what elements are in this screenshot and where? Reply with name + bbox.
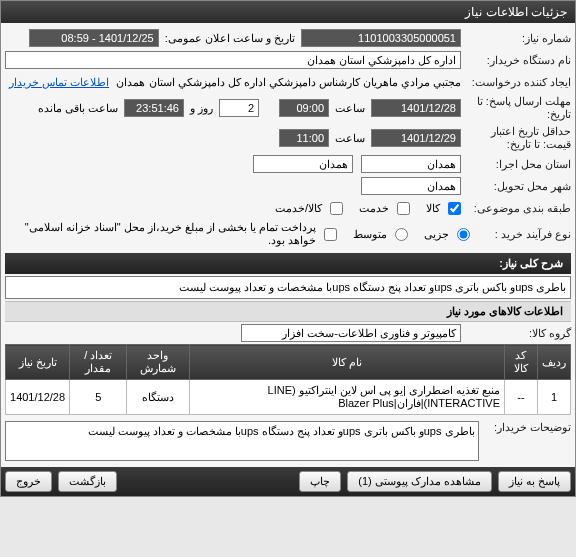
cell-row: 1: [538, 380, 571, 415]
process-note-item[interactable]: پرداخت تمام یا بخشی از مبلغ خرید،از محل …: [5, 221, 337, 247]
time-label-1: ساعت: [329, 102, 371, 115]
print-button[interactable]: چاپ: [299, 471, 341, 492]
th-name: نام کالا: [189, 345, 504, 380]
creator-value: مجتبي مرادي ماهریان کارشناس دامپزشکي ادا…: [113, 76, 461, 89]
days-value: 2: [219, 99, 259, 117]
th-unit: واحد شمارش: [127, 345, 189, 380]
group-label: گروه کالا:: [461, 327, 571, 340]
table-header-row: ردیف کد کالا نام کالا واحد شمارش تعداد /…: [6, 345, 571, 380]
class-goods-check[interactable]: [448, 202, 461, 215]
form-area: شماره نیاز: 1101003305000051 تاریخ و ساع…: [1, 23, 575, 467]
process-low[interactable]: جزیی: [424, 228, 470, 241]
items-section-title: اطلاعات کالاهای مورد نیاز: [5, 301, 571, 322]
deadline-date: 1401/12/28: [371, 99, 461, 117]
announce-label: تاریخ و ساعت اعلان عمومی:: [159, 32, 301, 45]
process-label: نوع فرآیند خرید :: [470, 228, 571, 241]
class-group: کالا خدمت کالا/خدمت: [275, 202, 461, 215]
table-row[interactable]: 1 -- منبع تغذیه اضطراری |یو پی اس لاین ا…: [6, 380, 571, 415]
remain-suffix: ساعت باقی مانده: [32, 102, 124, 115]
class-goods-service-check[interactable]: [330, 202, 343, 215]
exec-province-label: استان محل اجرا:: [461, 158, 571, 171]
process-mid-radio[interactable]: [395, 228, 408, 241]
buyer-label: نام دستگاه خریدار:: [461, 54, 571, 67]
class-service-check[interactable]: [397, 202, 410, 215]
cell-qty: 5: [70, 380, 127, 415]
process-note-check[interactable]: [324, 228, 337, 241]
process-group: جزیی متوسط: [353, 228, 470, 241]
need-no-value: 1101003305000051: [301, 29, 461, 47]
validity-date: 1401/12/29: [371, 129, 461, 147]
process-low-radio[interactable]: [457, 228, 470, 241]
cell-need-date: 1401/12/28: [6, 380, 70, 415]
deadline-label: مهلت ارسال پاسخ: تا تاریخ:: [461, 95, 571, 121]
summary-text: باطری upsو باکس باتری upsو تعداد پنج دست…: [5, 276, 571, 299]
process-mid[interactable]: متوسط: [353, 228, 408, 241]
announce-value: 1401/12/25 - 08:59: [29, 29, 159, 47]
items-table: ردیف کد کالا نام کالا واحد شمارش تعداد /…: [5, 344, 571, 415]
footer-bar: پاسخ به نیاز مشاهده مدارک پیوستی (1) چاپ…: [1, 467, 575, 496]
remain-time: 23:51:46: [124, 99, 184, 117]
exit-button[interactable]: خروج: [5, 471, 52, 492]
class-service[interactable]: خدمت: [359, 202, 410, 215]
details-window: جزئیات اطلاعات نیاز شماره نیاز: 11010033…: [0, 0, 576, 497]
reply-button[interactable]: پاسخ به نیاز: [498, 471, 571, 492]
buyer-value: اداره کل دامپزشکي استان همدان: [5, 51, 461, 69]
buyer-notes-label: توضیحات خریدار:: [479, 421, 571, 434]
validity-time: 11:00: [279, 129, 329, 147]
class-goods[interactable]: کالا: [426, 202, 461, 215]
buyer-notes-value[interactable]: [5, 421, 479, 461]
th-need-date: تاریخ نیاز: [6, 345, 70, 380]
cell-code: --: [504, 380, 537, 415]
cell-unit: دستگاه: [127, 380, 189, 415]
creator-label: ایجاد کننده درخواست:: [461, 76, 571, 89]
class-goods-service[interactable]: کالا/خدمت: [275, 202, 343, 215]
need-no-label: شماره نیاز:: [461, 32, 571, 45]
validity-label: حداقل تاریخ اعتبار قیمت: تا تاریخ:: [461, 125, 571, 151]
deliv-city-label: شهر محل تحویل:: [461, 180, 571, 193]
group-value: کامپیوتر و فناوری اطلاعات-سخت افزار: [241, 324, 461, 342]
th-qty: تعداد / مقدار: [70, 345, 127, 380]
days-suffix: روز و: [184, 102, 219, 115]
back-button[interactable]: بازگشت: [58, 471, 117, 492]
window-title: جزئیات اطلاعات نیاز: [1, 1, 575, 23]
attachments-button[interactable]: مشاهده مدارک پیوستی (1): [347, 471, 492, 492]
contact-link[interactable]: اطلاعات تماس خریدار: [5, 76, 113, 89]
th-code: کد کالا: [504, 345, 537, 380]
footer-spacer: [123, 471, 293, 492]
th-row: ردیف: [538, 345, 571, 380]
deliv-city: همدان: [361, 177, 461, 195]
deadline-time: 09:00: [279, 99, 329, 117]
summary-header: شرح کلی نیاز:: [5, 253, 571, 274]
exec-city: همدان: [253, 155, 353, 173]
exec-province: همدان: [361, 155, 461, 173]
cell-name: منبع تغذیه اضطراری |یو پی اس لاین اینترا…: [189, 380, 504, 415]
class-label: طبقه بندی موضوعی:: [461, 202, 571, 215]
time-label-2: ساعت: [329, 132, 371, 145]
process-note: پرداخت تمام یا بخشی از مبلغ خرید،از محل …: [5, 221, 316, 247]
